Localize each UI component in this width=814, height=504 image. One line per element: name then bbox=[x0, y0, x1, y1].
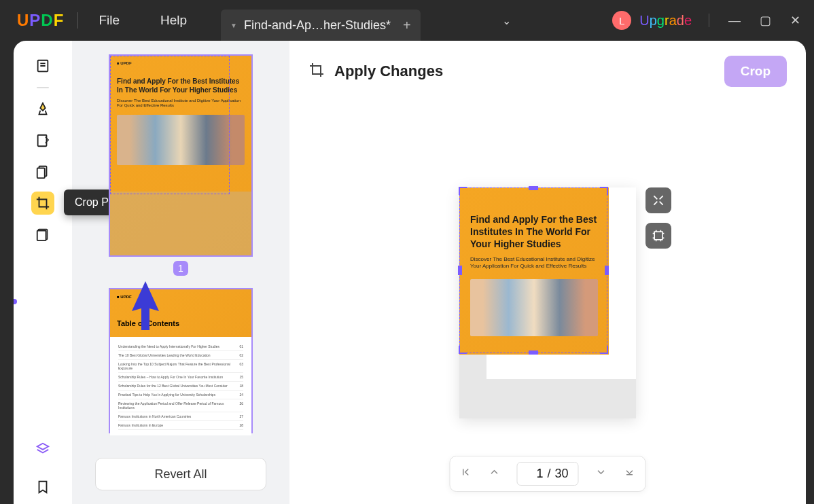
crop-button[interactable]: Crop bbox=[724, 56, 787, 87]
prev-page-button[interactable] bbox=[488, 466, 500, 482]
doc-title: Find and Apply For the Best Institutes I… bbox=[470, 213, 598, 251]
minimize-button[interactable]: — bbox=[728, 14, 741, 28]
first-page-button[interactable] bbox=[459, 466, 472, 482]
doc-subtitle: Discover The Best Educational Institute … bbox=[470, 256, 598, 270]
tabs-overflow-icon[interactable]: ⌄ bbox=[502, 14, 511, 27]
last-page-button[interactable] bbox=[624, 466, 636, 482]
svg-rect-7 bbox=[37, 231, 46, 241]
active-indicator-icon bbox=[14, 299, 17, 304]
toc-line: Famous Institutions in Europe28 bbox=[118, 421, 243, 430]
toc-line: Reviewing the Application Period and Off… bbox=[118, 399, 243, 412]
gray-block bbox=[459, 379, 636, 418]
page-number-badge: 1 bbox=[173, 261, 188, 276]
doc-image bbox=[470, 279, 598, 336]
new-tab-icon[interactable]: + bbox=[403, 18, 411, 33]
maximize-button[interactable]: ▢ bbox=[760, 13, 771, 28]
divider bbox=[77, 12, 78, 29]
document-tab[interactable]: ▼ Find-and-Ap…her-Studies* + bbox=[221, 10, 421, 41]
menu-help[interactable]: Help bbox=[154, 13, 194, 28]
highlight-tool[interactable] bbox=[31, 98, 54, 121]
main-area: Apply Changes Crop Find and Apply For th… bbox=[289, 41, 806, 504]
page-content: Find and Apply For the Best Institutes I… bbox=[459, 187, 609, 355]
thumbnail-page-2[interactable]: ■ UPDF Table of Contents Understanding t… bbox=[109, 288, 253, 433]
app-logo: UPDF bbox=[17, 11, 64, 30]
toc-line: Scholarship Rules – How to Apply For One… bbox=[118, 373, 243, 382]
apply-changes-title: Apply Changes bbox=[334, 62, 443, 80]
toc-line: Famous Institutions in North American Co… bbox=[118, 412, 243, 421]
canvas-area[interactable]: Find and Apply For the Best Institutes I… bbox=[289, 102, 806, 504]
separator bbox=[37, 87, 49, 88]
toc-title: Table of Contents bbox=[117, 319, 245, 327]
svg-rect-3 bbox=[38, 135, 47, 147]
close-button[interactable]: ✕ bbox=[790, 13, 800, 28]
thumbnail-page-1[interactable]: ■ UPDF Find and Apply For the Best Insti… bbox=[109, 54, 253, 257]
layers-tool[interactable] bbox=[31, 437, 54, 461]
pages-tool[interactable] bbox=[31, 160, 54, 183]
bookmark-tool[interactable] bbox=[31, 475, 54, 499]
main-page[interactable]: Find and Apply For the Best Institutes I… bbox=[459, 187, 636, 418]
upgrade-area[interactable]: L Upgrade bbox=[612, 11, 692, 30]
gray-block bbox=[110, 192, 251, 255]
edit-tool[interactable] bbox=[31, 129, 54, 152]
toc-line: The 10 Best Global Universities Leading … bbox=[118, 351, 243, 360]
tab-title: Find-and-Ap…her-Studies* bbox=[244, 18, 391, 33]
svg-rect-8 bbox=[654, 232, 662, 240]
doc-brand: ■ UPDF bbox=[117, 295, 245, 299]
crop-preset-icon[interactable] bbox=[645, 223, 671, 249]
reader-tool[interactable] bbox=[31, 54, 54, 77]
toc-line: Understanding the Need to Apply Internat… bbox=[118, 342, 243, 351]
toc-line: Practical Tips to Help You In Applying f… bbox=[118, 391, 243, 399]
revert-all-button[interactable]: Revert All bbox=[95, 458, 266, 490]
fit-screen-icon[interactable] bbox=[645, 187, 671, 213]
toc-body: Understanding the Need to Apply Internat… bbox=[110, 337, 251, 435]
toc-line: Looking Into the Top 10 Subject Majors T… bbox=[118, 360, 243, 373]
window-controls: — ▢ ✕ bbox=[709, 13, 800, 28]
thumbnails-panel: ■ UPDF Find and Apply For the Best Insti… bbox=[72, 41, 289, 504]
canvas-side-tools bbox=[645, 187, 671, 249]
menu-file[interactable]: File bbox=[92, 13, 126, 28]
titlebar: UPDF File Help ▼ Find-and-Ap…her-Studies… bbox=[0, 0, 814, 41]
page-navigator: / 30 bbox=[449, 456, 645, 492]
tab-dropdown-icon[interactable]: ▼ bbox=[230, 22, 237, 29]
crop-icon bbox=[308, 62, 325, 81]
avatar[interactable]: L bbox=[612, 11, 631, 30]
main-header: Apply Changes Crop bbox=[289, 41, 806, 102]
left-toolbar: Crop Pages bbox=[14, 41, 72, 504]
upgrade-button[interactable]: Upgrade bbox=[639, 13, 692, 29]
page-separator: / bbox=[547, 467, 550, 481]
crop-tool[interactable] bbox=[31, 192, 54, 215]
crop-outline bbox=[110, 56, 230, 194]
page-input-wrap: / 30 bbox=[516, 462, 578, 486]
page-total: 30 bbox=[554, 467, 568, 481]
divider bbox=[709, 14, 709, 27]
next-page-button[interactable] bbox=[595, 466, 607, 482]
workspace: Crop Pages ■ UPDF Find and Apply For the… bbox=[14, 41, 806, 504]
page-input[interactable] bbox=[527, 467, 543, 481]
svg-rect-5 bbox=[37, 168, 45, 179]
gray-block bbox=[459, 355, 486, 379]
toc-line: Scholarship Rules for the 12 Best Global… bbox=[118, 382, 243, 391]
organize-tool[interactable] bbox=[31, 223, 54, 246]
